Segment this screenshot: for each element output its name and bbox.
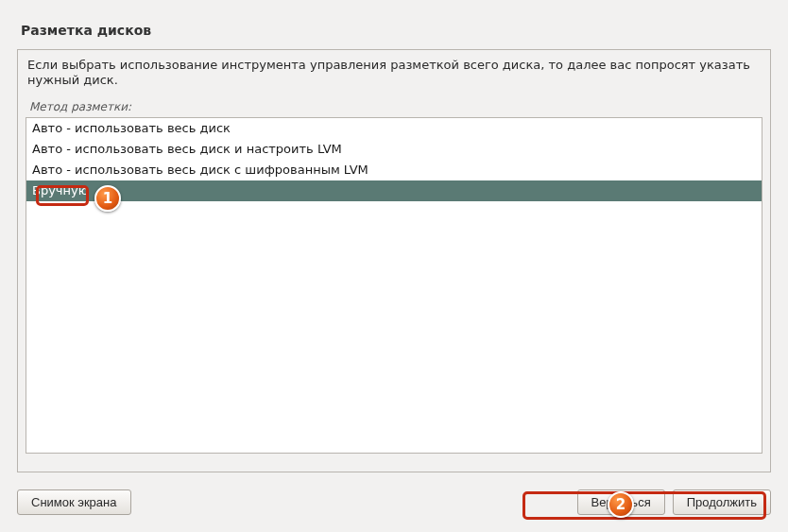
continue-button[interactable]: Продолжить xyxy=(673,489,771,515)
instruction-text: Если выбрать использование инструмента у… xyxy=(18,50,770,94)
title-area: Разметка дисков xyxy=(8,8,780,49)
button-row: Снимок экрана Вернуться Продолжить xyxy=(17,489,771,515)
method-option-auto-whole-disk[interactable]: Авто - использовать весь диск xyxy=(26,118,762,139)
page-title: Разметка дисков xyxy=(21,23,767,38)
method-option-auto-lvm[interactable]: Авто - использовать весь диск и настроит… xyxy=(26,139,762,160)
back-button[interactable]: Вернуться xyxy=(577,489,665,515)
screenshot-button[interactable]: Снимок экрана xyxy=(17,489,131,515)
method-label: Метод разметки: xyxy=(18,94,770,117)
content-panel: Если выбрать использование инструмента у… xyxy=(17,49,771,472)
installer-window: Разметка дисков Если выбрать использован… xyxy=(8,8,780,524)
partition-method-list[interactable]: Авто - использовать весь диск Авто - исп… xyxy=(26,117,762,454)
method-option-auto-encrypted-lvm[interactable]: Авто - использовать весь диск с шифрован… xyxy=(26,160,762,180)
method-option-manual[interactable]: Вручную xyxy=(26,180,762,201)
